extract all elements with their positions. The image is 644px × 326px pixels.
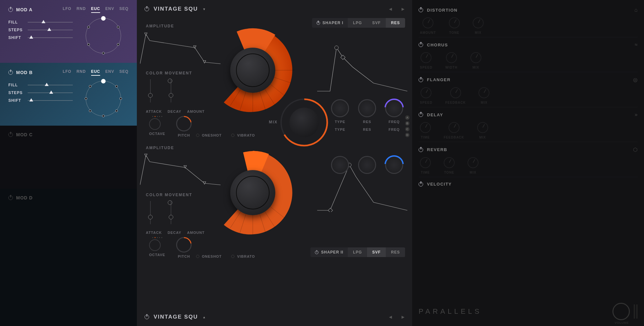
time-knob[interactable] — [420, 157, 431, 168]
freq-knob[interactable] — [385, 99, 403, 117]
next-preset-icon[interactable]: ▶ — [402, 315, 404, 319]
shift-slider[interactable] — [28, 100, 73, 101]
power-icon[interactable] — [419, 78, 423, 82]
vibrato-toggle[interactable]: VIBRATO — [231, 254, 255, 258]
oneshot-toggle[interactable]: ONESHOT — [196, 254, 222, 258]
feedback-knob[interactable] — [450, 87, 461, 98]
tab-lfo[interactable]: LFO — [63, 6, 71, 13]
mix-knob[interactable]: MIX — [279, 97, 330, 148]
svg-marker-0 — [145, 33, 147, 35]
power-icon[interactable] — [8, 7, 13, 12]
amount-knob[interactable] — [422, 17, 433, 28]
filter-1-knobs: TYPE RES FREQ — [330, 99, 404, 124]
amplitude-label: AMPLITUDE — [146, 146, 174, 150]
fill-label: FILL — [8, 83, 24, 87]
brand-logo: PARALLELS — [419, 307, 482, 316]
prev-preset-icon[interactable]: ◀ — [389, 7, 392, 11]
steps-slider[interactable] — [28, 92, 73, 93]
power-icon[interactable] — [145, 7, 149, 11]
speed-knob[interactable] — [421, 87, 431, 98]
power-icon[interactable] — [419, 182, 423, 187]
steps-slider[interactable] — [28, 30, 73, 30]
master-volume-knob[interactable]: VOLUME — [612, 303, 630, 320]
speed-knob[interactable] — [421, 52, 431, 63]
vibrato-toggle[interactable]: VIBRATO — [231, 133, 255, 137]
shift-slider[interactable] — [28, 37, 73, 38]
power-icon[interactable] — [419, 112, 423, 117]
euclidean-display[interactable] — [86, 81, 121, 116]
color-movement-label: COLOR MOVEMENT — [146, 193, 192, 197]
type-knob[interactable] — [331, 99, 349, 117]
chevron-up-icon[interactable]: ▲ — [203, 315, 206, 319]
chevron-down-icon[interactable]: ▼ — [203, 7, 206, 11]
shift-label: SHIFT — [8, 35, 24, 40]
pitch-knob[interactable]: PITCH — [176, 237, 192, 253]
mod-a-tabs: LFO RND EUC ENV SEQ — [63, 6, 128, 13]
mod-a-section: MOD A LFO RND EUC ENV SEQ FILL — [0, 0, 137, 63]
shaper-mode-svf[interactable]: SVF — [367, 247, 386, 257]
osc-a-preset[interactable]: VINTAGE SQU — [154, 6, 198, 12]
mod-badge-a[interactable]: A — [405, 115, 410, 120]
osc-layer-2: AMPLITUDE COLOR MOVEMENT ATTACK DECAY AM… — [137, 144, 412, 286]
color-slider[interactable] — [148, 79, 153, 102]
flanger-icon: ◎ — [633, 77, 638, 83]
tab-rnd[interactable]: RND — [77, 6, 86, 13]
type-knob[interactable] — [331, 156, 349, 174]
mix-knob[interactable] — [470, 52, 481, 63]
fill-slider[interactable] — [28, 22, 73, 23]
tab-env[interactable]: ENV — [105, 6, 114, 13]
power-icon[interactable] — [145, 315, 149, 319]
color-slider[interactable] — [148, 201, 153, 224]
time-knob[interactable] — [420, 122, 431, 133]
power-icon[interactable] — [419, 148, 423, 152]
mod-c-section: MOD C — [0, 126, 137, 189]
wavetable-knob-2[interactable] — [204, 144, 301, 241]
octave-control[interactable]: OCTAVE — [149, 237, 165, 257]
fx-reverb: REVERB⬡ TIME TONE MIX — [419, 142, 638, 177]
tab-euc[interactable]: EUC — [91, 6, 100, 13]
tone-knob[interactable] — [449, 17, 460, 28]
mix-knob[interactable] — [477, 122, 488, 133]
tab-rnd[interactable]: RND — [77, 69, 86, 76]
filter-envelope-1[interactable] — [317, 41, 407, 93]
svg-rect-24 — [328, 208, 333, 212]
shaper-mode-lpg[interactable]: LPG — [348, 247, 367, 257]
mod-b-title: MOD B — [16, 70, 33, 75]
shaper-mode-res[interactable]: RES — [386, 247, 405, 257]
svg-marker-14 — [145, 154, 147, 157]
svg-marker-1 — [194, 46, 196, 48]
feedback-knob[interactable] — [449, 122, 459, 133]
power-icon[interactable] — [315, 251, 318, 254]
mod-b-section: MOD B LFO RND EUC ENV SEQ FILL — [0, 63, 137, 126]
res-knob[interactable] — [358, 156, 376, 174]
res-knob[interactable] — [358, 99, 376, 117]
fill-slider[interactable] — [28, 85, 73, 85]
tone-knob[interactable] — [444, 157, 455, 168]
prev-preset-icon[interactable]: ◀ — [389, 315, 392, 319]
next-preset-icon[interactable]: ▶ — [402, 7, 404, 11]
power-icon[interactable] — [419, 43, 423, 47]
mix-knob[interactable] — [478, 87, 489, 98]
power-icon[interactable] — [8, 70, 13, 75]
power-icon[interactable] — [419, 8, 423, 12]
tab-euc[interactable]: EUC — [91, 69, 100, 76]
oneshot-toggle[interactable]: ONESHOT — [196, 133, 222, 137]
mix-knob[interactable] — [473, 17, 484, 28]
osc-b-preset[interactable]: VINTAGE SQU — [154, 314, 198, 320]
osc-layer-1: AMPLITUDE COLOR MOVEMENT ATTACK DECAY AM… — [137, 19, 412, 160]
pitch-knob[interactable]: PITCH — [176, 116, 192, 131]
width-knob[interactable] — [446, 52, 457, 63]
tab-env[interactable]: ENV — [105, 69, 114, 76]
power-icon[interactable] — [8, 196, 13, 200]
mod-badge-b[interactable]: B — [405, 121, 410, 126]
euclidean-display[interactable] — [86, 18, 121, 53]
freq-knob[interactable] — [385, 156, 403, 174]
octave-control[interactable]: OCTAVE — [149, 116, 165, 136]
mod-badge-d[interactable]: D — [405, 133, 410, 137]
tab-seq[interactable]: SEQ — [119, 69, 128, 76]
mod-badge-c[interactable]: C — [405, 127, 410, 131]
tab-seq[interactable]: SEQ — [119, 6, 128, 13]
tab-lfo[interactable]: LFO — [63, 69, 71, 76]
mix-knob[interactable] — [468, 157, 478, 168]
power-icon[interactable] — [8, 132, 13, 137]
